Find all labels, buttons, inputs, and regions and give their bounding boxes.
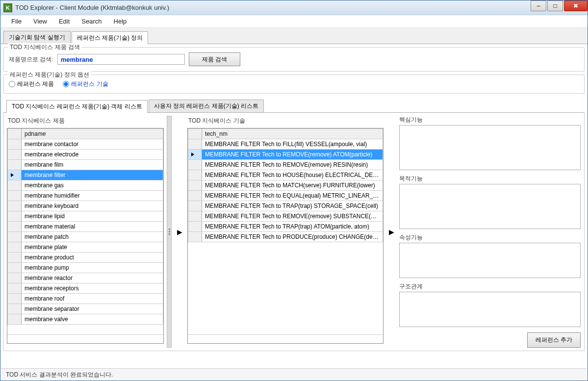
splitter-left[interactable] (167, 116, 172, 348)
product-cell[interactable]: membrane plate (22, 242, 163, 253)
tech-hscroll[interactable] (188, 334, 383, 343)
table-row[interactable]: MEMBRANE FILTER Tech to FILL(fill) VESSE… (188, 139, 383, 150)
table-row[interactable]: membrane contactor (8, 139, 163, 150)
table-row[interactable]: membrane electrode (8, 150, 163, 160)
table-row[interactable]: membrane film (8, 160, 163, 170)
table-row[interactable]: MEMBRANE FILTER Tech to TRAP(trap) ATOM(… (188, 222, 383, 232)
table-row[interactable]: membrane roof (8, 294, 163, 304)
tech-cell[interactable]: MEMBRANE FILTER Tech to FILL(fill) VESSE… (202, 139, 383, 150)
product-cell[interactable]: membrane separator (22, 304, 163, 314)
product-cell[interactable]: membrane valve (22, 314, 163, 325)
table-row[interactable]: MEMBRANE FILTER Tech to PRODUCE(produce)… (188, 232, 383, 242)
tech-cell[interactable]: MEMBRANE FILTER Tech to MATCH(serve) FUR… (202, 180, 383, 191)
table-row[interactable]: membrane valve (8, 314, 163, 325)
product-cell[interactable]: membrane contactor (22, 139, 163, 150)
radio-reference-tech-input[interactable] (63, 81, 69, 87)
tech-cell[interactable]: MEMBRANE FILTER Tech to HOUSE(house) ELE… (202, 170, 383, 180)
menu-help[interactable]: Help (108, 16, 133, 27)
row-indicator (188, 211, 202, 222)
table-row[interactable]: membrane plate (8, 242, 163, 253)
radio-reference-product-label: 레퍼런스 제품 (17, 80, 54, 88)
product-cell[interactable]: membrane film (22, 160, 163, 170)
table-row[interactable]: MEMBRANE FILTER Tech to EQUAL(equal) MET… (188, 191, 383, 201)
purpose-function-textarea[interactable] (399, 184, 581, 229)
structure-relation-textarea[interactable] (399, 292, 581, 327)
menu-view[interactable]: View (27, 16, 53, 27)
table-row[interactable]: MEMBRANE FILTER Tech to REMOVE(remove) S… (188, 211, 383, 222)
tech-cell[interactable]: MEMBRANE FILTER Tech to EQUAL(equal) MET… (202, 191, 383, 201)
purpose-function-label: 목적기능 (399, 175, 581, 183)
radio-reference-tech[interactable]: 레퍼런스 기술 (63, 80, 108, 88)
product-cell[interactable]: membrane electrode (22, 150, 163, 160)
tech-grid[interactable]: tech_nm MEMBRANE FILTER Tech to FILL(fil… (187, 128, 383, 344)
tech-rowhead-header (188, 129, 202, 139)
table-row[interactable]: membrane product (8, 253, 163, 263)
product-grid[interactable]: pdname membrane contactormembrane electr… (7, 128, 164, 344)
tech-cell[interactable]: MEMBRANE FILTER Tech to TRAP(trap) ATOM(… (202, 222, 383, 232)
product-cell[interactable]: membrane material (22, 222, 163, 232)
tech-cell[interactable]: MEMBRANE FILTER Tech to TRAP(trap) STORA… (202, 201, 383, 211)
table-row[interactable]: membrane keyboard (8, 201, 163, 211)
arrow-right-icon: ▶ (175, 116, 184, 348)
table-row[interactable]: membrane patch (8, 232, 163, 242)
product-hscroll[interactable] (7, 334, 163, 343)
tech-cell[interactable]: MEMBRANE FILTER Tech to PRODUCE(produce)… (202, 232, 383, 242)
table-row[interactable]: membrane receptors (8, 283, 163, 294)
tab-kb-reference-list[interactable]: TOD 지식베이스 레퍼런스 제품(기술) 객체 리스트 (6, 100, 148, 113)
attribute-function-textarea[interactable] (399, 243, 581, 278)
search-input[interactable] (57, 54, 185, 65)
product-list-title: TOD 지식베이스 제품 (7, 116, 164, 126)
tech-cell[interactable]: MEMBRANE FILTER Tech to REMOVE(remove) S… (202, 211, 383, 222)
product-cell[interactable]: membrane keyboard (22, 201, 163, 211)
menu-file[interactable]: File (5, 16, 27, 27)
tab-reference-def[interactable]: 레퍼런스 제품(기술) 정의 (72, 31, 149, 44)
tech-cell[interactable]: MEMBRANE FILTER Tech to REMOVE(remove) R… (202, 160, 383, 170)
table-row[interactable]: membrane lipid (8, 211, 163, 222)
table-row[interactable]: MEMBRANE FILTER Tech to REMOVE(remove) R… (188, 160, 383, 170)
core-function-label: 핵심기능 (399, 116, 581, 124)
table-row[interactable]: membrane gas (8, 180, 163, 191)
table-row[interactable]: membrane separator (8, 304, 163, 314)
tab-explorer[interactable]: 기술기회 탐색 실행기 (3, 31, 71, 44)
product-cell[interactable]: membrane gas (22, 180, 163, 191)
product-cell[interactable]: membrane reactor (22, 273, 163, 283)
tab-user-reference-list[interactable]: 사용자 정의 레퍼런스 제품(기술) 리스트 (149, 100, 264, 112)
product-cell[interactable]: membrane patch (22, 232, 163, 242)
table-row[interactable]: MEMBRANE FILTER Tech to TRAP(trap) STORA… (188, 201, 383, 211)
table-row[interactable]: MEMBRANE FILTER Tech to MATCH(serve) FUR… (188, 180, 383, 191)
product-cell[interactable]: membrane humidifier (22, 191, 163, 201)
table-row[interactable]: membrane reactor (8, 273, 163, 283)
table-row[interactable]: membrane humidifier (8, 191, 163, 201)
table-row[interactable]: membrane pump (8, 263, 163, 273)
core-function-textarea[interactable] (399, 125, 581, 170)
row-indicator (8, 283, 22, 294)
product-cell[interactable]: membrane roof (22, 294, 163, 304)
search-button[interactable]: 제품 검색 (189, 52, 240, 66)
titlebar[interactable]: K TOD Explorer - Client Module (Kktmlab@… (0, 0, 588, 15)
product-cell[interactable]: membrane pump (22, 263, 163, 273)
row-indicator (8, 294, 22, 304)
product-cell[interactable]: membrane filter (22, 170, 163, 180)
maximize-button[interactable]: □ (547, 0, 563, 11)
table-row[interactable]: membrane filter (8, 170, 163, 180)
tech-cell[interactable]: MEMBRANE FILTER Tech to REMOVE(remove) A… (202, 150, 383, 160)
product-cell[interactable]: membrane receptors (22, 283, 163, 294)
row-indicator (8, 263, 22, 273)
menu-search[interactable]: Search (76, 16, 107, 27)
product-cell[interactable]: membrane lipid (22, 211, 163, 222)
row-indicator (8, 253, 22, 263)
minimize-button[interactable]: – (531, 0, 546, 11)
tech-list-title: TOD 지식베이스 기술 (187, 116, 383, 126)
add-reference-button[interactable]: 레퍼런스 추가 (527, 332, 581, 348)
content-area: TOD 지식베이스 제품 검색 제품명으로 검색: 제품 검색 레퍼런스 제품(… (0, 44, 588, 354)
table-row[interactable]: membrane material (8, 222, 163, 232)
table-row[interactable]: MEMBRANE FILTER Tech to HOUSE(house) ELE… (188, 170, 383, 180)
menu-edit[interactable]: Edit (53, 16, 76, 27)
radio-reference-product[interactable]: 레퍼런스 제품 (9, 80, 54, 88)
product-cell[interactable]: membrane product (22, 253, 163, 263)
close-button[interactable]: ✖ (564, 0, 588, 11)
table-row[interactable]: MEMBRANE FILTER Tech to REMOVE(remove) A… (188, 150, 383, 160)
tech-header-technm[interactable]: tech_nm (202, 129, 383, 139)
radio-reference-product-input[interactable] (9, 81, 15, 87)
product-header-pdname[interactable]: pdname (22, 129, 163, 139)
